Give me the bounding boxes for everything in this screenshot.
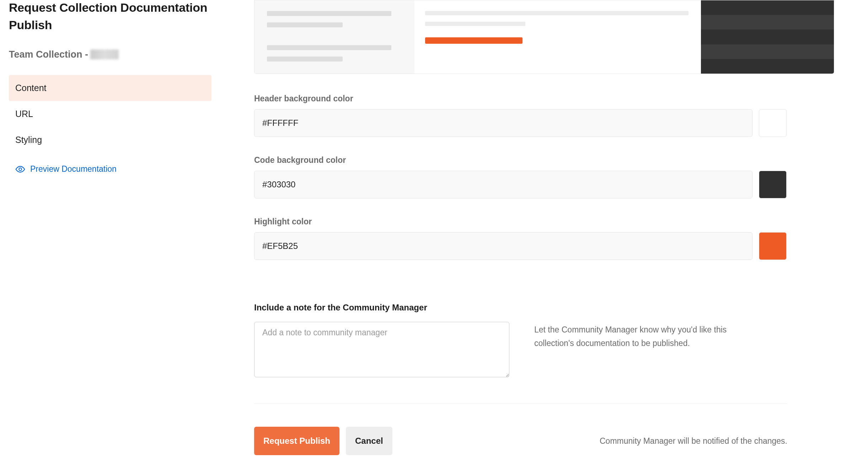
nav-item-url[interactable]: URL — [9, 101, 211, 127]
note-help-text: Let the Community Manager know why you'd… — [534, 323, 755, 350]
style-preview-card — [254, 0, 834, 74]
page-title: Request Collection Documentation Publish — [9, 0, 211, 34]
preview-header — [254, 0, 834, 0]
side-nav: Content URL Styling — [9, 75, 211, 153]
preview-code-skeleton — [701, 0, 834, 74]
highlight-input[interactable] — [254, 232, 752, 260]
preview-sidebar-skeleton — [254, 0, 414, 74]
highlight-label: Highlight color — [254, 217, 834, 227]
preview-highlight-bar — [425, 37, 523, 44]
preview-content-skeleton — [414, 0, 701, 74]
header-bg-swatch[interactable] — [759, 109, 787, 137]
main-content: Header background color Code background … — [220, 0, 868, 458]
community-note-section: Include a note for the Community Manager… — [254, 303, 834, 377]
subtitle-prefix: Team Collection - — [9, 49, 88, 60]
request-publish-button[interactable]: Request Publish — [254, 427, 339, 455]
footer-actions: Request Publish Cancel Community Manager… — [254, 427, 787, 455]
community-note-textarea[interactable] — [254, 322, 509, 377]
header-bg-group: Header background color — [254, 94, 834, 137]
svg-point-0 — [19, 168, 21, 170]
preview-documentation-link[interactable]: Preview Documentation — [9, 162, 211, 176]
highlight-swatch[interactable] — [759, 232, 787, 260]
highlight-group: Highlight color — [254, 217, 834, 260]
collection-subtitle: Team Collection - — [9, 49, 211, 60]
eye-icon — [15, 164, 25, 174]
code-bg-input[interactable] — [254, 171, 752, 198]
note-heading: Include a note for the Community Manager — [254, 303, 834, 313]
cancel-button[interactable]: Cancel — [346, 427, 392, 455]
footer-note: Community Manager will be notified of th… — [600, 436, 787, 446]
nav-item-content[interactable]: Content — [9, 75, 211, 101]
sidebar: Request Collection Documentation Publish… — [0, 0, 220, 458]
nav-item-styling[interactable]: Styling — [9, 127, 211, 153]
header-bg-input[interactable] — [254, 109, 752, 137]
code-bg-label: Code background color — [254, 155, 834, 165]
code-bg-swatch[interactable] — [759, 171, 787, 198]
code-bg-group: Code background color — [254, 155, 834, 198]
header-bg-label: Header background color — [254, 94, 834, 103]
collection-name-redacted — [90, 49, 119, 59]
footer-divider — [254, 404, 787, 404]
preview-link-label: Preview Documentation — [30, 164, 117, 174]
